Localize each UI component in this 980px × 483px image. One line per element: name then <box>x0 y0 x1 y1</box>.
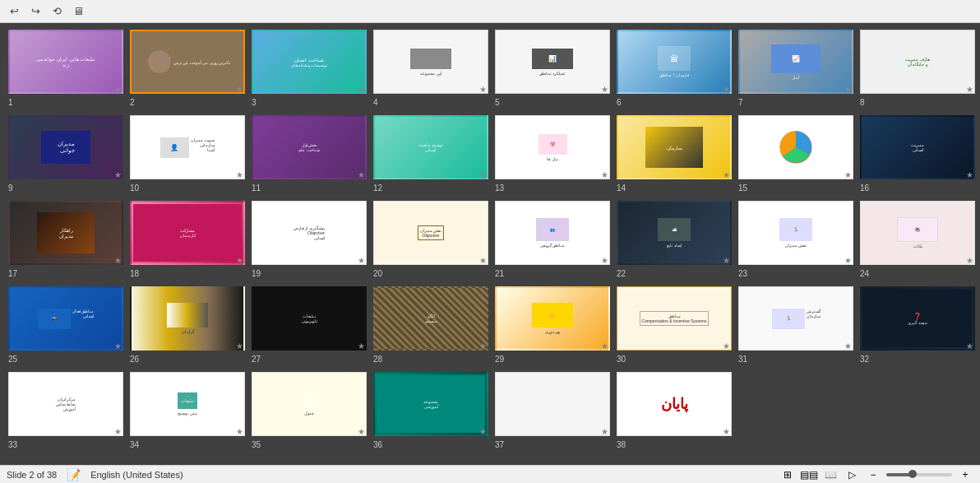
slide-item[interactable]: 👤صویت مدیرانسازمانیآشنا★10 <box>130 115 245 193</box>
slide-item[interactable]: ❓نتیجه گیری★32 <box>860 286 975 364</box>
slide-item[interactable]: 👥مناطق گروهی★21 <box>495 201 610 278</box>
slide-thumb-wrapper: پایان★ <box>617 372 732 438</box>
slide-item[interactable]: پایان★38 <box>617 372 732 449</box>
slide-item[interactable]: نقش مدیرانObjective★20 <box>373 201 488 278</box>
slide-thumbnail: تبلیغاتمتن توضیح <box>130 372 245 436</box>
slide-item[interactable]: سازمان★14 <box>617 115 732 193</box>
slide-item[interactable]: بخش اولشناخت علم★11 <box>252 115 367 193</box>
slide-thumb-wrapper: تبلیغات هایی ایران جوانه میزند★ <box>8 30 123 95</box>
slide-item[interactable]: تبلیغات هایی ایران جوانه میزند★1 <box>8 30 123 107</box>
slide-thumb-wrapper: 👤صویت مدیرانسازمانیآشنا★ <box>130 115 245 181</box>
zoom-out-button[interactable]: − <box>865 467 881 483</box>
slide-thumbnail: تعارف مدیریتو جایگاه آن <box>860 30 975 94</box>
slide-number: 34 <box>130 440 245 449</box>
slide-item[interactable]: جدول★35 <box>252 372 367 449</box>
slide-number: 13 <box>495 183 610 193</box>
slide-item[interactable]: تبلیغاتمتن توضیح★34 <box>130 372 245 449</box>
zoom-slider[interactable] <box>886 473 952 476</box>
slide-item[interactable]: شناخت انسانتوصیفات و نشانه‌های★3 <box>252 30 367 107</box>
slide-number: 37 <box>495 440 610 449</box>
slide-item[interactable]: مدیریتانسانی★16 <box>860 115 975 193</box>
slide-star-icon: ★ <box>966 256 973 265</box>
zoom-in-button[interactable]: + <box>957 467 973 483</box>
slide-number: 21 <box>495 269 610 278</box>
slide-item[interactable]: پیشگیری از تعارضObjectiveانسانی★19 <box>252 201 367 278</box>
slide-thumb-wrapper: مجموعهآموزشی★ <box>373 372 488 438</box>
slide-thumb-wrapper: تبلیغاتتلویزیونی★ <box>252 286 367 352</box>
slide-thumb-wrapper: الگومنسجم★ <box>373 286 488 352</box>
undo-button[interactable]: ↩ <box>5 2 23 21</box>
slide-item[interactable]: 🏃نقش مدیران★23 <box>738 201 853 278</box>
slide-number: 19 <box>252 269 367 278</box>
slides-area[interactable]: تبلیغات هایی ایران جوانه میزند★1دکترین ر… <box>0 23 980 465</box>
slide-thumb-wrapper: تبلیغاتمتن توضیح★ <box>130 372 245 438</box>
slide-item[interactable]: 🏛فارسان / مناطق★6 <box>617 30 732 107</box>
slide-number: 25 <box>8 355 123 364</box>
slide-item[interactable]: 📊عملکرد مناطق★5 <box>495 30 610 107</box>
slide-item[interactable]: ★37 <box>495 372 610 449</box>
slide-item[interactable]: دکترین روزی من آموخت این درس★2 <box>130 30 245 107</box>
slide-thumbnail: 🏃نقش مدیران <box>738 201 853 265</box>
language-info: English (United States) <box>90 470 183 480</box>
slide-number: 27 <box>252 355 367 364</box>
slide-thumb-wrapper: 📸مناطق فعالانسانی★ <box>8 286 123 352</box>
slide-item[interactable]: مرکز ایراننقاط تماسآموزش★33 <box>8 372 123 449</box>
slide-thumb-wrapper: شناخت انسانتوصیفات و نشانه‌های★ <box>252 30 367 95</box>
slide-item[interactable]: 🏙ایجاد تابع★22 <box>617 201 732 278</box>
slide-thumbnail <box>495 372 610 436</box>
slide-item[interactable]: 📚نکات★24 <box>860 201 975 278</box>
slide-star-icon: ★ <box>966 170 973 179</box>
slide-number: 22 <box>617 269 732 278</box>
slide-thumb-wrapper: 📚نکات★ <box>860 201 975 267</box>
slideshow-button[interactable]: ▷ <box>844 467 860 483</box>
slide-item[interactable]: مشارکتکارمندان★18 <box>130 201 245 278</box>
slide-thumbnail: ❓نتیجه گیری <box>860 286 975 351</box>
slide-star-icon: ★ <box>844 256 852 265</box>
slide-thumb-wrapper: 🏙ایجاد تابع★ <box>617 201 732 267</box>
slide-item[interactable]: 📈آمار★7 <box>738 30 853 107</box>
slide-thumbnail: 🏙ایجاد تابع <box>617 201 732 265</box>
slide-item[interactable]: راهکارمدیران★17 <box>8 201 123 278</box>
normal-view-button[interactable]: ⊞ <box>779 467 796 483</box>
slide-item[interactable]: تعارف مدیریتو جایگاه آن★8 <box>860 30 975 107</box>
slide-thumbnail: بخش اولشناخت علم <box>252 115 367 179</box>
status-left: Slide 2 of 38 📝 English (United States) <box>7 468 183 481</box>
slide-star-icon: ★ <box>358 427 365 436</box>
slide-number: 28 <box>373 355 488 364</box>
slide-star-icon: ★ <box>844 341 852 351</box>
slide-star-icon: ★ <box>723 341 730 351</box>
slide-item[interactable]: گرادیان★26 <box>130 286 245 364</box>
slide-thumbnail: تبلیغات هایی ایران جوانه میزند <box>8 30 123 94</box>
slide-item[interactable]: این مجموعه★4 <box>373 30 488 107</box>
slide-item[interactable]: 📸مناطق فعالانسانی★25 <box>8 286 123 364</box>
slide-sorter-button[interactable]: ▤▤ <box>801 467 817 483</box>
slide-item[interactable]: الگومنسجم★28 <box>373 286 488 364</box>
slide-number: 32 <box>860 355 975 364</box>
refresh-button[interactable]: ⟲ <box>48 2 66 21</box>
slide-item[interactable]: ★15 <box>738 115 853 193</box>
slide-item[interactable]: تبلیغاتتلویزیونی★27 <box>252 286 367 364</box>
slide-item[interactable]: مدیرانجوانی★9 <box>8 115 123 193</box>
slide-item[interactable]: 💝نیاز ها★13 <box>495 115 610 193</box>
slide-item[interactable]: ☀️بهره وری★29 <box>495 286 610 364</box>
slide-show-button[interactable]: 🖥 <box>69 2 87 21</box>
slide-thumb-wrapper: 📊عملکرد مناطق★ <box>495 30 610 95</box>
slide-thumbnail: مشارکتکارمندان <box>130 201 245 265</box>
slide-number: 20 <box>373 269 488 278</box>
slide-thumbnail: 📈آمار <box>738 30 853 94</box>
slide-item[interactable]: مناطقCompensation & Incentive Systems★30 <box>617 286 732 364</box>
slide-number: 3 <box>252 98 367 107</box>
slide-star-icon: ★ <box>601 85 608 94</box>
slide-item[interactable]: مجموعهآموزشی★36 <box>373 372 488 449</box>
reading-view-button[interactable]: 📖 <box>822 467 839 483</box>
slide-thumbnail: 📊عملکرد مناطق <box>495 30 610 94</box>
slide-item[interactable]: 🏃گسترشسازمان★31 <box>738 286 853 364</box>
slide-star-icon: ★ <box>114 85 122 94</box>
slide-thumb-wrapper: راهکارمدیران★ <box>8 201 123 267</box>
redo-button[interactable]: ↪ <box>26 2 44 21</box>
slide-item[interactable]: توضیح ماهیتانسانی★12 <box>373 115 488 193</box>
slide-thumb-wrapper: توضیح ماهیتانسانی★ <box>373 115 488 181</box>
slide-thumb-wrapper: 📈آمار★ <box>738 30 853 95</box>
slide-star-icon: ★ <box>479 427 487 436</box>
slide-thumb-wrapper: نقش مدیرانObjective★ <box>373 201 488 267</box>
